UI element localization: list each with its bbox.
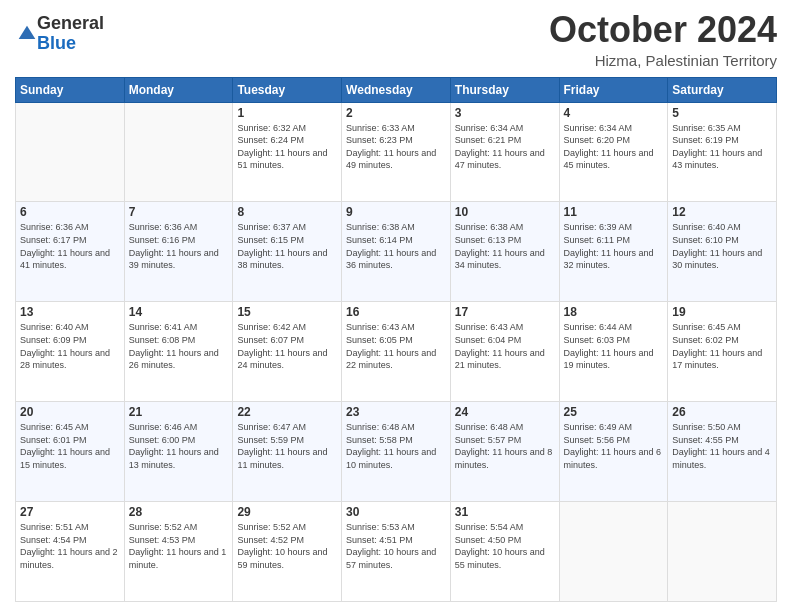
- day-number: 15: [237, 305, 337, 319]
- logo-general: General: [37, 13, 104, 33]
- day-info: Sunrise: 6:37 AM Sunset: 6:15 PM Dayligh…: [237, 221, 337, 271]
- day-info: Sunrise: 6:40 AM Sunset: 6:10 PM Dayligh…: [672, 221, 772, 271]
- day-number: 11: [564, 205, 664, 219]
- day-number: 21: [129, 405, 229, 419]
- calendar-cell: [668, 502, 777, 602]
- header-row: Sunday Monday Tuesday Wednesday Thursday…: [16, 77, 777, 102]
- col-monday: Monday: [124, 77, 233, 102]
- calendar-cell: 18Sunrise: 6:44 AM Sunset: 6:03 PM Dayli…: [559, 302, 668, 402]
- calendar-cell: [559, 502, 668, 602]
- calendar-cell: 4Sunrise: 6:34 AM Sunset: 6:20 PM Daylig…: [559, 102, 668, 202]
- title-block: October 2024 Hizma, Palestinian Territor…: [549, 10, 777, 69]
- day-info: Sunrise: 6:35 AM Sunset: 6:19 PM Dayligh…: [672, 122, 772, 172]
- day-number: 2: [346, 106, 446, 120]
- calendar-cell: [16, 102, 125, 202]
- calendar-cell: 21Sunrise: 6:46 AM Sunset: 6:00 PM Dayli…: [124, 402, 233, 502]
- day-info: Sunrise: 6:47 AM Sunset: 5:59 PM Dayligh…: [237, 421, 337, 471]
- calendar-cell: 28Sunrise: 5:52 AM Sunset: 4:53 PM Dayli…: [124, 502, 233, 602]
- day-number: 5: [672, 106, 772, 120]
- day-info: Sunrise: 6:42 AM Sunset: 6:07 PM Dayligh…: [237, 321, 337, 371]
- calendar-cell: 2Sunrise: 6:33 AM Sunset: 6:23 PM Daylig…: [342, 102, 451, 202]
- calendar-cell: 12Sunrise: 6:40 AM Sunset: 6:10 PM Dayli…: [668, 202, 777, 302]
- day-info: Sunrise: 6:40 AM Sunset: 6:09 PM Dayligh…: [20, 321, 120, 371]
- calendar-cell: 23Sunrise: 6:48 AM Sunset: 5:58 PM Dayli…: [342, 402, 451, 502]
- calendar-cell: 24Sunrise: 6:48 AM Sunset: 5:57 PM Dayli…: [450, 402, 559, 502]
- day-number: 31: [455, 505, 555, 519]
- day-info: Sunrise: 6:48 AM Sunset: 5:58 PM Dayligh…: [346, 421, 446, 471]
- day-info: Sunrise: 5:53 AM Sunset: 4:51 PM Dayligh…: [346, 521, 446, 571]
- day-info: Sunrise: 5:52 AM Sunset: 4:53 PM Dayligh…: [129, 521, 229, 571]
- calendar-cell: 14Sunrise: 6:41 AM Sunset: 6:08 PM Dayli…: [124, 302, 233, 402]
- calendar-cell: 10Sunrise: 6:38 AM Sunset: 6:13 PM Dayli…: [450, 202, 559, 302]
- day-number: 14: [129, 305, 229, 319]
- day-number: 9: [346, 205, 446, 219]
- page: General Blue October 2024 Hizma, Palesti…: [0, 0, 792, 612]
- calendar-cell: 30Sunrise: 5:53 AM Sunset: 4:51 PM Dayli…: [342, 502, 451, 602]
- calendar-cell: 19Sunrise: 6:45 AM Sunset: 6:02 PM Dayli…: [668, 302, 777, 402]
- calendar-cell: 20Sunrise: 6:45 AM Sunset: 6:01 PM Dayli…: [16, 402, 125, 502]
- logo-text: General Blue: [37, 14, 104, 54]
- calendar-table: Sunday Monday Tuesday Wednesday Thursday…: [15, 77, 777, 602]
- svg-marker-0: [19, 25, 36, 38]
- location-title: Hizma, Palestinian Territory: [549, 52, 777, 69]
- day-info: Sunrise: 6:46 AM Sunset: 6:00 PM Dayligh…: [129, 421, 229, 471]
- calendar-cell: 27Sunrise: 5:51 AM Sunset: 4:54 PM Dayli…: [16, 502, 125, 602]
- day-info: Sunrise: 6:43 AM Sunset: 6:05 PM Dayligh…: [346, 321, 446, 371]
- calendar-cell: 22Sunrise: 6:47 AM Sunset: 5:59 PM Dayli…: [233, 402, 342, 502]
- day-number: 28: [129, 505, 229, 519]
- logo-icon: [17, 24, 37, 44]
- calendar-cell: 5Sunrise: 6:35 AM Sunset: 6:19 PM Daylig…: [668, 102, 777, 202]
- col-thursday: Thursday: [450, 77, 559, 102]
- day-info: Sunrise: 5:54 AM Sunset: 4:50 PM Dayligh…: [455, 521, 555, 571]
- day-number: 19: [672, 305, 772, 319]
- day-number: 23: [346, 405, 446, 419]
- calendar-cell: [124, 102, 233, 202]
- calendar-cell: 17Sunrise: 6:43 AM Sunset: 6:04 PM Dayli…: [450, 302, 559, 402]
- day-info: Sunrise: 6:33 AM Sunset: 6:23 PM Dayligh…: [346, 122, 446, 172]
- col-tuesday: Tuesday: [233, 77, 342, 102]
- calendar-week-1: 6Sunrise: 6:36 AM Sunset: 6:17 PM Daylig…: [16, 202, 777, 302]
- day-info: Sunrise: 6:38 AM Sunset: 6:14 PM Dayligh…: [346, 221, 446, 271]
- calendar-cell: 13Sunrise: 6:40 AM Sunset: 6:09 PM Dayli…: [16, 302, 125, 402]
- day-info: Sunrise: 5:50 AM Sunset: 4:55 PM Dayligh…: [672, 421, 772, 471]
- day-number: 7: [129, 205, 229, 219]
- calendar-cell: 7Sunrise: 6:36 AM Sunset: 6:16 PM Daylig…: [124, 202, 233, 302]
- day-number: 6: [20, 205, 120, 219]
- logo-blue: Blue: [37, 33, 76, 53]
- day-info: Sunrise: 6:43 AM Sunset: 6:04 PM Dayligh…: [455, 321, 555, 371]
- day-info: Sunrise: 6:32 AM Sunset: 6:24 PM Dayligh…: [237, 122, 337, 172]
- calendar-cell: 8Sunrise: 6:37 AM Sunset: 6:15 PM Daylig…: [233, 202, 342, 302]
- day-info: Sunrise: 6:36 AM Sunset: 6:16 PM Dayligh…: [129, 221, 229, 271]
- day-info: Sunrise: 6:34 AM Sunset: 6:20 PM Dayligh…: [564, 122, 664, 172]
- calendar-week-3: 20Sunrise: 6:45 AM Sunset: 6:01 PM Dayli…: [16, 402, 777, 502]
- day-info: Sunrise: 5:52 AM Sunset: 4:52 PM Dayligh…: [237, 521, 337, 571]
- day-number: 18: [564, 305, 664, 319]
- day-number: 16: [346, 305, 446, 319]
- day-number: 29: [237, 505, 337, 519]
- calendar-cell: 3Sunrise: 6:34 AM Sunset: 6:21 PM Daylig…: [450, 102, 559, 202]
- day-info: Sunrise: 6:34 AM Sunset: 6:21 PM Dayligh…: [455, 122, 555, 172]
- calendar-week-4: 27Sunrise: 5:51 AM Sunset: 4:54 PM Dayli…: [16, 502, 777, 602]
- day-info: Sunrise: 6:41 AM Sunset: 6:08 PM Dayligh…: [129, 321, 229, 371]
- day-number: 17: [455, 305, 555, 319]
- calendar-cell: 25Sunrise: 6:49 AM Sunset: 5:56 PM Dayli…: [559, 402, 668, 502]
- calendar-cell: 26Sunrise: 5:50 AM Sunset: 4:55 PM Dayli…: [668, 402, 777, 502]
- day-info: Sunrise: 6:45 AM Sunset: 6:02 PM Dayligh…: [672, 321, 772, 371]
- col-friday: Friday: [559, 77, 668, 102]
- day-info: Sunrise: 6:44 AM Sunset: 6:03 PM Dayligh…: [564, 321, 664, 371]
- day-info: Sunrise: 6:39 AM Sunset: 6:11 PM Dayligh…: [564, 221, 664, 271]
- calendar-cell: 6Sunrise: 6:36 AM Sunset: 6:17 PM Daylig…: [16, 202, 125, 302]
- day-number: 26: [672, 405, 772, 419]
- logo: General Blue: [15, 14, 104, 54]
- day-info: Sunrise: 5:51 AM Sunset: 4:54 PM Dayligh…: [20, 521, 120, 571]
- day-info: Sunrise: 6:45 AM Sunset: 6:01 PM Dayligh…: [20, 421, 120, 471]
- col-sunday: Sunday: [16, 77, 125, 102]
- calendar-cell: 31Sunrise: 5:54 AM Sunset: 4:50 PM Dayli…: [450, 502, 559, 602]
- day-info: Sunrise: 6:48 AM Sunset: 5:57 PM Dayligh…: [455, 421, 555, 471]
- day-number: 13: [20, 305, 120, 319]
- day-number: 30: [346, 505, 446, 519]
- day-number: 22: [237, 405, 337, 419]
- calendar-cell: 16Sunrise: 6:43 AM Sunset: 6:05 PM Dayli…: [342, 302, 451, 402]
- day-info: Sunrise: 6:49 AM Sunset: 5:56 PM Dayligh…: [564, 421, 664, 471]
- calendar-cell: 11Sunrise: 6:39 AM Sunset: 6:11 PM Dayli…: [559, 202, 668, 302]
